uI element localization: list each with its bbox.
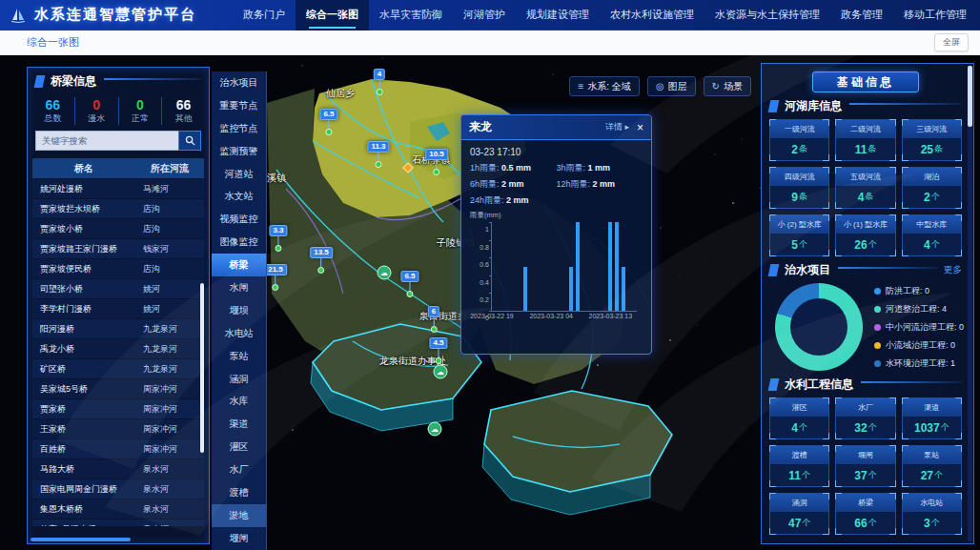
marker-value: 11.3: [367, 141, 389, 153]
panel-scrollbar[interactable]: [968, 66, 972, 541]
popup-detail-link[interactable]: 详情 ▸: [605, 121, 629, 133]
table-row[interactable]: 阳河漫桥九龙泉河: [32, 319, 204, 338]
panel-h-scrollbar[interactable]: [31, 538, 131, 541]
layer-item-灌区[interactable]: 灌区: [212, 436, 266, 458]
table-row[interactable]: 禹龙小桥九龙泉河: [32, 339, 204, 358]
x-tick-label: 2023-03-22 19: [470, 313, 514, 319]
card-label: 二级河流: [836, 120, 894, 138]
more-link[interactable]: 更多: [944, 264, 962, 276]
nav-item[interactable]: 规划建设管理: [516, 0, 600, 31]
gauge-marker[interactable]: 21.5: [267, 264, 287, 291]
card-number: 32: [854, 421, 867, 435]
map-control-场景[interactable]: ↻场景: [704, 76, 751, 96]
table-row[interactable]: 司望张小桥姚河: [32, 279, 204, 298]
table-row[interactable]: 李学村门漫桥姚河: [32, 299, 204, 318]
layer-item-渡槽[interactable]: 渡槽: [212, 481, 266, 504]
nav-item[interactable]: 水资源与水土保持管理: [704, 0, 830, 31]
section-accent-icon: [34, 75, 46, 88]
nav-item[interactable]: 水旱灾害防御: [369, 0, 453, 31]
card-number: 26: [854, 238, 867, 252]
gauge-marker[interactable]: 4.5: [429, 337, 447, 364]
table-row[interactable]: 贾家坡便民桥店沟: [32, 259, 204, 278]
layer-item-重要节点[interactable]: 重要节点: [212, 94, 266, 117]
app-title: 水系连通智慧管护平台: [34, 6, 196, 24]
table-row[interactable]: 集恩木桥桥泉水河: [32, 499, 204, 519]
gauge-marker[interactable]: 11.3: [367, 141, 389, 168]
gauge-marker[interactable]: 10.5: [425, 149, 448, 175]
gauge-marker[interactable]: 6.5: [319, 109, 337, 135]
card-number: 5: [791, 238, 798, 252]
stat-label: 其他: [162, 112, 205, 125]
gauge-marker[interactable]: 13.5: [310, 247, 333, 274]
map-control-bar: ≡水系: 全域◎图层↻场景: [569, 76, 751, 96]
table-row[interactable]: 王家桥周家冲河: [32, 419, 204, 438]
layer-item-淤地[interactable]: 淤地: [212, 504, 266, 527]
layer-item-堰闸[interactable]: 堰闸: [212, 527, 266, 550]
card-label: 桥梁: [836, 494, 894, 512]
table-row[interactable]: 贾家桥周家冲河: [32, 399, 204, 418]
info-card-堰闸: 堰闸37个: [835, 445, 895, 487]
search-input[interactable]: [35, 131, 178, 151]
layer-item-水文站[interactable]: 水文站: [212, 185, 266, 208]
nav-item[interactable]: 河湖管护: [453, 0, 516, 31]
gauge-marker[interactable]: 3.3: [269, 225, 287, 252]
search-button[interactable]: [178, 131, 201, 151]
layer-item-监测预警[interactable]: 监测预警: [212, 140, 266, 163]
layer-item-堰坝[interactable]: 堰坝: [212, 299, 266, 322]
layer-item-水库[interactable]: 水库: [212, 390, 266, 413]
layer-item-渠道[interactable]: 渠道: [212, 413, 266, 436]
card-label: 涵洞: [770, 494, 828, 512]
card-unit: 个: [868, 238, 877, 251]
gauge-marker[interactable]: 4: [374, 69, 385, 95]
card-value: 27个: [903, 464, 961, 486]
layer-item-水厂[interactable]: 水厂: [212, 458, 266, 481]
layer-item-视频监控[interactable]: 视频监控: [212, 208, 266, 231]
table-row[interactable]: 贾家坡拦水坝桥店沟: [32, 199, 204, 218]
gauge-marker[interactable]: 6: [428, 306, 439, 333]
layer-item-涵洞[interactable]: 涵洞: [212, 368, 266, 391]
layer-item-水闸[interactable]: 水闸: [212, 276, 266, 299]
gauge-marker[interactable]: 6.5: [400, 271, 419, 297]
table-row[interactable]: 国家电网周金门漫桥泉水河: [32, 479, 204, 499]
card-number: 2: [924, 191, 930, 204]
table-row[interactable]: 仙亭5号漫水桥泉水河: [32, 519, 204, 526]
y-tick-mark: [489, 311, 492, 312]
table-row[interactable]: 姚河处漫桥马滩河: [32, 179, 204, 198]
map-control-水系: 全域[interactable]: ≡水系: 全域: [569, 76, 639, 96]
nav-item[interactable]: 政务管理: [830, 0, 893, 31]
nav-item[interactable]: 政务门户: [233, 0, 296, 31]
table-row[interactable]: 吴家城5号桥周家冲河: [32, 379, 204, 398]
table-row[interactable]: 矿区桥九龙泉河: [32, 359, 204, 378]
card-label: 小 (1) 型水库: [836, 215, 894, 234]
weather-icon[interactable]: ☁: [434, 365, 448, 379]
breadcrumb[interactable]: 综合一张图: [27, 35, 79, 50]
nav-item[interactable]: 综合一张图: [296, 0, 369, 31]
close-icon[interactable]: ×: [637, 122, 643, 133]
fullscreen-button[interactable]: 全屏: [934, 33, 969, 51]
nav-item[interactable]: 移动工作管理: [893, 0, 977, 31]
marker-stem: [329, 120, 330, 129]
map-control-图层[interactable]: ◎图层: [647, 76, 696, 96]
basic-info-button[interactable]: 基础信息: [812, 71, 919, 92]
bridge-name-cell: 国家电网周金门漫桥: [32, 483, 135, 496]
layer-item-水电站[interactable]: 水电站: [212, 322, 266, 345]
layer-item-图像监控[interactable]: 图像监控: [212, 231, 266, 254]
layer-item-桥梁[interactable]: 桥梁: [212, 254, 266, 276]
card-number: 37: [854, 469, 867, 482]
layer-item-治水项目[interactable]: 治水项目: [212, 71, 266, 94]
table-row[interactable]: 贾家坡路王家门漫桥钱家河: [32, 239, 204, 258]
stat-value: 66: [162, 97, 205, 112]
weather-icon[interactable]: ☁: [378, 266, 392, 280]
map-canvas[interactable]: 仙居乡栗溪镇石桥驿镇子陵铺镇泉口街道办龙泉街道办事处 46.511.310.53…: [267, 55, 761, 550]
nav-item[interactable]: 农村水利设施管理: [600, 0, 704, 31]
table-row[interactable]: 百姓桥周家冲河: [32, 439, 204, 458]
layer-item-监控节点[interactable]: 监控节点: [212, 117, 266, 140]
layer-item-泵站[interactable]: 泵站: [212, 345, 266, 368]
weather-icon[interactable]: ☁: [428, 422, 442, 437]
info-card-湖泊: 湖泊2个: [902, 167, 962, 209]
marker-stem: [278, 236, 279, 245]
layer-item-河道站[interactable]: 河道站: [212, 163, 266, 186]
table-row[interactable]: 贾家坡小桥店沟: [32, 219, 204, 238]
table-row[interactable]: 马路大桥泉水河: [32, 459, 204, 479]
table-scrollbar[interactable]: [200, 283, 204, 453]
